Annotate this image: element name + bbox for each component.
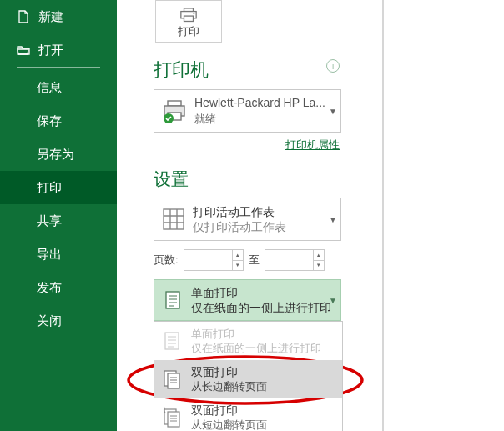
spinner[interactable]: ▲▼	[313, 250, 324, 270]
duplex-selected-title: 单面打印	[191, 285, 331, 300]
pages-to-input[interactable]: ▲▼	[265, 249, 325, 271]
duplex-option-short-edge[interactable]: 双面打印 从短边翻转页面	[154, 398, 342, 431]
spin-up-icon[interactable]: ▲	[233, 250, 243, 261]
single-side-icon	[161, 330, 183, 352]
option-title: 双面打印	[191, 365, 267, 379]
sidebar-item-close[interactable]: 关闭	[0, 304, 117, 338]
sidebar-label-new: 新建	[38, 9, 63, 25]
option-sub: 仅在纸面的一侧上进行打印	[191, 341, 321, 355]
worksheet-icon	[161, 207, 186, 232]
print-what-sub: 仅打印活动工作表	[193, 219, 286, 234]
duplex-option-long-edge[interactable]: 双面打印 从长边翻转页面	[154, 360, 342, 398]
svg-rect-8	[164, 209, 184, 229]
svg-rect-14	[168, 412, 179, 427]
spinner[interactable]: ▲▼	[232, 250, 243, 270]
option-title: 双面打印	[191, 403, 267, 418]
option-sub: 从长边翻转页面	[191, 379, 267, 393]
sidebar-separator	[17, 67, 100, 68]
duplex-selector[interactable]: 单面打印 仅在纸面的一侧上进行打印 ▼	[154, 279, 341, 321]
option-sub: 从短边翻转页面	[191, 418, 267, 431]
sidebar-item-export[interactable]: 导出	[0, 238, 117, 271]
option-title: 单面打印	[191, 327, 321, 341]
sidebar-item-saveas[interactable]: 另存为	[0, 138, 117, 171]
duplex-short-edge-icon	[161, 407, 183, 428]
sidebar-label-print: 打印	[37, 180, 62, 196]
duplex-options-dropdown: 单面打印 仅在纸面的一侧上进行打印 双面打印 从长边翻转页面	[154, 321, 343, 431]
sidebar-item-print[interactable]: 打印	[0, 171, 117, 204]
pages-from-input[interactable]: ▲▼	[184, 249, 244, 271]
sidebar-label-open: 打开	[38, 43, 63, 58]
section-heading-settings: 设置	[154, 168, 364, 191]
print-what-title: 打印活动工作表	[193, 204, 286, 219]
section-heading-printer: 打印机	[154, 58, 326, 83]
svg-rect-12	[168, 373, 179, 388]
print-button-tile[interactable]: 打印	[155, 0, 222, 43]
printer-selector[interactable]: Hewlett-Packard HP La... 就绪 ▼	[154, 89, 341, 133]
svg-rect-2	[184, 16, 193, 21]
pages-label: 页数:	[154, 253, 179, 268]
printer-status: 就绪	[194, 112, 325, 126]
page-range-row: 页数: ▲▼ 至 ▲▼	[154, 249, 364, 271]
main-panel: 打印 打印机 i Hewlett-Packard HP La... 就绪 ▼ 打…	[117, 0, 504, 431]
spin-down-icon[interactable]: ▼	[233, 261, 243, 271]
sidebar-item-new[interactable]: 新建	[0, 0, 117, 33]
sidebar-item-info[interactable]: 信息	[0, 71, 117, 104]
sidebar-label-save: 保存	[37, 113, 62, 129]
sidebar-label-saveas: 另存为	[37, 147, 74, 163]
printer-name: Hewlett-Packard HP La...	[194, 96, 325, 110]
chevron-down-icon: ▼	[329, 215, 337, 224]
backstage-sidebar: 新建 打开 信息 保存 另存为 打印 共享 导出 发布 关闭	[0, 0, 117, 431]
spin-down-icon[interactable]: ▼	[314, 261, 324, 271]
spin-up-icon[interactable]: ▲	[314, 250, 324, 261]
svg-point-3	[193, 13, 194, 14]
printer-ready-icon	[161, 98, 188, 124]
printer-properties-link[interactable]: 打印机属性	[154, 138, 340, 153]
preview-gutter	[382, 0, 504, 431]
duplex-selected-sub: 仅在纸面的一侧上进行打印	[191, 300, 331, 315]
single-side-icon	[161, 288, 184, 312]
duplex-option-single[interactable]: 单面打印 仅在纸面的一侧上进行打印	[154, 322, 342, 360]
sidebar-item-open[interactable]: 打开	[0, 33, 117, 67]
pages-to-label: 至	[249, 253, 260, 268]
app-root: 新建 打开 信息 保存 另存为 打印 共享 导出 发布 关闭 打印 打印	[0, 0, 504, 431]
sidebar-label-share: 共享	[37, 213, 62, 229]
print-tile-label: 打印	[178, 24, 199, 39]
sidebar-item-save[interactable]: 保存	[0, 104, 117, 138]
file-new-icon	[17, 10, 30, 23]
sidebar-label-close: 关闭	[37, 313, 62, 329]
info-icon[interactable]: i	[326, 59, 340, 73]
chevron-down-icon: ▼	[329, 107, 337, 116]
print-panel: 打印 打印机 i Hewlett-Packard HP La... 就绪 ▼ 打…	[117, 0, 382, 431]
sidebar-item-share[interactable]: 共享	[0, 204, 117, 238]
svg-rect-4	[168, 101, 181, 106]
printer-icon	[179, 8, 198, 23]
sidebar-label-export: 导出	[37, 247, 62, 263]
duplex-long-edge-icon	[161, 368, 183, 390]
sidebar-label-info: 信息	[37, 80, 62, 96]
print-what-selector[interactable]: 打印活动工作表 仅打印活动工作表 ▼	[154, 198, 341, 241]
sidebar-label-publish: 发布	[37, 280, 62, 296]
chevron-down-icon: ▼	[329, 296, 337, 305]
sidebar-item-publish[interactable]: 发布	[0, 271, 117, 304]
folder-open-icon	[17, 43, 30, 57]
